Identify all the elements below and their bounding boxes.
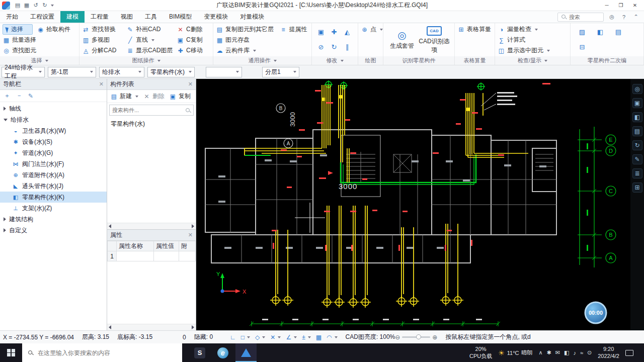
- tray-app-icon[interactable]: ✱: [547, 349, 551, 356]
- misc-tool2-button[interactable]: ◧: [591, 24, 609, 39]
- start-button[interactable]: [0, 343, 22, 362]
- project-dropdown[interactable]: 24#给排水工程: [2, 67, 45, 77]
- taskbar-search-input[interactable]: [38, 349, 177, 356]
- network-icon[interactable]: ≈: [580, 350, 583, 356]
- taskbar-app-glodon[interactable]: [235, 343, 257, 362]
- nav-item-sanitary-fixture[interactable]: ◒卫生器具(水)(W): [0, 125, 107, 136]
- arc-tool-icon[interactable]: ◠: [327, 334, 337, 341]
- help-icon[interactable]: ?: [620, 14, 628, 20]
- account-icon[interactable]: ◎: [608, 14, 616, 20]
- mail-icon[interactable]: ✉: [555, 349, 560, 356]
- point-tool-button[interactable]: ⊕点: [361, 24, 380, 35]
- save-icon[interactable]: ▦: [22, 2, 31, 9]
- nav-group-plumbing[interactable]: 给排水: [0, 114, 107, 125]
- collapse-ribbon-icon[interactable]: ⌃: [632, 14, 640, 20]
- name-dropdown[interactable]: [206, 67, 242, 77]
- annotate-icon[interactable]: ✎: [632, 154, 642, 164]
- brightness-minus-icon[interactable]: ⊖: [395, 334, 400, 341]
- misc-tool3-button[interactable]: ⊟: [573, 39, 591, 54]
- cad-canvas[interactable]: E D C B A B A 3000 3000: [196, 79, 630, 330]
- taskbar-app-browser[interactable]: e: [212, 343, 233, 362]
- pick-component-button[interactable]: ◉拾取构件: [37, 24, 76, 35]
- tab-compare-module[interactable]: 对量模块: [234, 11, 270, 23]
- refresh-view-icon[interactable]: ↻: [632, 140, 642, 150]
- cad-recognition-options-button[interactable]: CAD CAD识别选项: [418, 24, 450, 55]
- cad-viewport[interactable]: E D C B A B A 3000 3000: [196, 79, 630, 330]
- cad-delete-button[interactable]: ✕C删除: [177, 24, 210, 35]
- ribbon-search-box[interactable]: [557, 13, 604, 22]
- nav-item-pipe-accessory[interactable]: ⊕管道附件(水)(A): [0, 169, 107, 180]
- leak-check-button[interactable]: ◑漏量检查: [498, 24, 568, 35]
- nav-item-pipe-fitting[interactable]: ◣通头管件(水)(J): [0, 180, 107, 192]
- ortho-toggle-icon[interactable]: ∟: [230, 334, 236, 341]
- cad-copy-button[interactable]: ▣C复制: [177, 35, 210, 45]
- horizontal-scrollbar[interactable]: [107, 223, 196, 229]
- grid-view-icon[interactable]: ⊞: [632, 183, 642, 193]
- component-search-input[interactable]: [112, 107, 173, 113]
- save-element-button[interactable]: ▦图元存盘: [216, 35, 309, 45]
- scroll-left-icon[interactable]: [109, 325, 111, 329]
- find-element-button[interactable]: ◎查找图元: [3, 45, 76, 56]
- delete-component-button[interactable]: ✕删除: [143, 91, 165, 102]
- modify-offset-button[interactable]: ∥: [341, 39, 354, 54]
- copy-to-other-floor-button[interactable]: ▤复制图元到其它层: [216, 24, 276, 35]
- tray-expand-icon[interactable]: ∧: [539, 349, 543, 356]
- scroll-left-icon[interactable]: [109, 224, 111, 228]
- nav-group-structure[interactable]: 建筑结构: [0, 214, 107, 225]
- group-label-general-ops[interactable]: 通用操作: [213, 56, 312, 65]
- grid-toggle-icon[interactable]: ▦: [316, 334, 321, 341]
- generate-sleeve-button[interactable]: ◎ 生成套管: [386, 24, 418, 55]
- cad-move-button[interactable]: ✚C移动: [177, 45, 210, 56]
- new-component-button[interactable]: ▤新建: [110, 91, 138, 102]
- property-name-cell[interactable]: [117, 251, 154, 261]
- redo-icon[interactable]: ↻: [40, 2, 49, 9]
- formula-button[interactable]: ∑计算式: [498, 35, 568, 45]
- property-attach-cell[interactable]: [179, 251, 196, 261]
- cloud-library-button[interactable]: ☁云构件库: [216, 45, 309, 56]
- close-button[interactable]: ✕: [628, 1, 642, 10]
- taskbar-app-s[interactable]: S: [189, 343, 210, 362]
- list-icon[interactable]: ≣: [632, 168, 642, 178]
- tab-bim-model[interactable]: BIM模型: [163, 11, 198, 23]
- edit-icon[interactable]: ✎: [28, 93, 33, 100]
- layers-icon[interactable]: ▤: [632, 126, 642, 136]
- nav-item-misc-component[interactable]: ◧零星构件(水)(K): [0, 192, 107, 203]
- misc-tool1-button[interactable]: ▨: [573, 24, 591, 39]
- nav-group-custom[interactable]: 自定义: [0, 225, 107, 236]
- nav-item-valve-flange[interactable]: ⋈阀门法兰(水)(F): [0, 158, 107, 169]
- nav-item-pipe[interactable]: ✦管道(水)(G): [0, 147, 107, 158]
- tab-quantity[interactable]: 工程量: [85, 11, 115, 23]
- recording-timer[interactable]: 00:00: [585, 302, 606, 323]
- nav-item-equipment[interactable]: ✱设备(水)(S): [0, 136, 107, 147]
- line-tool-button[interactable]: ╱直线: [126, 35, 177, 45]
- increment-icon[interactable]: ±: [302, 334, 311, 341]
- ribbon-search-input[interactable]: [569, 14, 599, 20]
- undo-icon[interactable]: ↺: [31, 2, 40, 9]
- brightness-plus-icon[interactable]: ⊕: [432, 334, 437, 341]
- slider-handle[interactable]: [416, 334, 421, 339]
- rect-select-icon[interactable]: □: [241, 334, 250, 341]
- batch-select-button[interactable]: ▦批量选择: [3, 35, 76, 45]
- group-label-check[interactable]: 检查/显示: [495, 56, 571, 65]
- select-tool-button[interactable]: 选择: [3, 24, 33, 35]
- explode-cad-button[interactable]: ◬分解CAD: [82, 45, 126, 56]
- group-label-modify[interactable]: 修改: [312, 56, 358, 65]
- weather-widget[interactable]: ☀ 11°C 晴朗: [498, 349, 532, 357]
- modify-delete-button[interactable]: ⊘: [314, 39, 328, 54]
- cpu-monitor[interactable]: 20% CPU负载: [469, 346, 492, 359]
- cube-view-icon[interactable]: ◧: [632, 112, 642, 122]
- volume-icon[interactable]: ♪: [573, 350, 576, 356]
- tab-start[interactable]: 开始: [0, 11, 24, 23]
- horizontal-scrollbar[interactable]: [107, 324, 196, 330]
- tab-tools[interactable]: 工具: [139, 11, 163, 23]
- close-icon[interactable]: ✕: [188, 232, 193, 238]
- table-quantity-button[interactable]: ⊞表格算量: [457, 24, 492, 35]
- component-list-item[interactable]: 零星构件(水): [111, 120, 192, 128]
- component-type-dropdown[interactable]: 零星构件(水): [147, 67, 195, 77]
- orbit-icon[interactable]: ◎: [632, 84, 642, 94]
- property-row[interactable]: 1: [108, 251, 196, 261]
- floor-dropdown[interactable]: 第-1层: [48, 67, 96, 77]
- language-icon[interactable]: ⊙: [587, 349, 592, 356]
- cross-select-icon[interactable]: ✕: [270, 334, 281, 341]
- quick-access-caret-icon[interactable]: [51, 5, 54, 7]
